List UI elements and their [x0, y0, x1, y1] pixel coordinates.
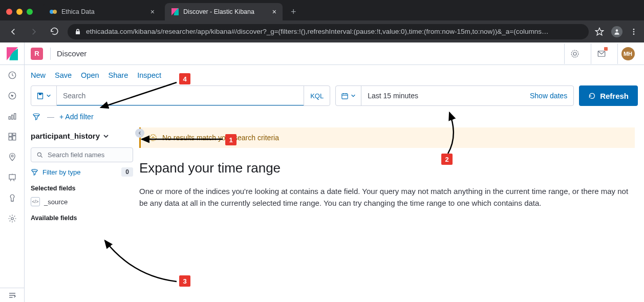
- profile-icon[interactable]: [611, 26, 622, 37]
- action-bar: New Save Open Share Inspect: [25, 65, 644, 85]
- field-name: _source: [44, 198, 68, 206]
- svg-point-6: [633, 33, 635, 35]
- field-item[interactable]: </> _source: [31, 197, 133, 206]
- user-menu[interactable]: MH: [617, 44, 638, 64]
- available-fields-label: Available fields: [31, 214, 133, 222]
- window-close-icon[interactable]: [6, 9, 12, 15]
- newsfeed-icon[interactable]: [591, 44, 611, 64]
- open-button[interactable]: Open: [81, 71, 99, 79]
- space-badge[interactable]: R: [31, 48, 43, 60]
- help-icon[interactable]: [564, 44, 585, 64]
- svg-rect-18: [9, 175, 15, 179]
- main-area: R Discover MH New Save Open Share Inspec…: [25, 42, 644, 302]
- reload-button[interactable]: [47, 25, 61, 39]
- query-group: Search KQL: [31, 85, 330, 106]
- refresh-label: Refresh: [600, 92, 629, 100]
- svg-point-4: [633, 29, 635, 30]
- kibana-logo[interactable]: [0, 42, 25, 65]
- svg-point-20: [571, 50, 578, 57]
- sidebar-collapse-icon[interactable]: [135, 128, 144, 138]
- time-picker: Last 15 minutes Show dates: [335, 85, 574, 106]
- nav-dashboard-icon[interactable]: [0, 126, 25, 147]
- close-icon[interactable]: ×: [151, 8, 155, 16]
- show-dates-button[interactable]: Show dates: [524, 86, 573, 105]
- svg-marker-2: [596, 28, 604, 35]
- search-placeholder: Search: [63, 92, 85, 100]
- nav-management-icon[interactable]: [0, 208, 25, 229]
- filter-count-badge: 0: [121, 167, 133, 177]
- filter-options-icon[interactable]: [31, 111, 42, 122]
- svg-rect-13: [9, 133, 12, 136]
- back-button[interactable]: [6, 25, 20, 39]
- results-area: No results match your search criteria Ex…: [139, 127, 644, 302]
- filter-bar: — + Add filter: [25, 111, 644, 127]
- svg-rect-14: [12, 133, 15, 135]
- svg-rect-15: [12, 136, 15, 140]
- refresh-icon: [588, 92, 596, 100]
- tab-title: Discover - Elastic Kibana: [183, 8, 254, 15]
- nav-canvas-icon[interactable]: [0, 167, 25, 188]
- forward-button[interactable]: [27, 25, 41, 39]
- svg-marker-9: [11, 95, 13, 97]
- new-tab-button[interactable]: +: [287, 7, 300, 17]
- lock-icon: [75, 29, 81, 35]
- index-pattern-name: participant_history: [31, 132, 100, 140]
- chevron-down-icon: [46, 93, 51, 98]
- star-icon[interactable]: [595, 27, 604, 36]
- svg-point-5: [633, 31, 635, 32]
- window-minimize-icon[interactable]: [16, 9, 23, 15]
- kibana-app: R Discover MH New Save Open Share Inspec…: [0, 42, 644, 302]
- index-pattern-picker[interactable]: participant_history: [31, 130, 133, 142]
- window-zoom-icon[interactable]: [27, 9, 33, 15]
- new-button[interactable]: New: [31, 71, 46, 79]
- nav-collapse-button[interactable]: [0, 288, 25, 302]
- browser-chrome: Ethica Data × Discover - Elastic Kibana …: [0, 0, 644, 42]
- saved-query-button[interactable]: [31, 86, 57, 105]
- svg-point-3: [616, 29, 618, 32]
- refresh-button[interactable]: Refresh: [579, 85, 638, 106]
- avatar: MH: [621, 47, 635, 60]
- svg-rect-11: [11, 115, 13, 119]
- nav-discover-icon[interactable]: [0, 85, 25, 106]
- svg-rect-24: [39, 93, 41, 95]
- expand-body: One or more of the indices you're lookin…: [139, 185, 635, 209]
- svg-point-1: [53, 10, 57, 14]
- time-range-label[interactable]: Last 15 minutes: [361, 86, 524, 105]
- nav-devtools-icon[interactable]: [0, 188, 25, 208]
- field-search-input[interactable]: Search field names: [31, 147, 133, 162]
- filter-by-type-button[interactable]: Filter by type 0: [31, 167, 133, 177]
- address-bar[interactable]: ethicadata.com/kibana/s/researcher/app/k…: [68, 24, 589, 39]
- inspect-button[interactable]: Inspect: [137, 71, 161, 79]
- svg-point-17: [11, 155, 13, 157]
- warning-text: No results match your search criteria: [162, 134, 279, 142]
- nav-maps-icon[interactable]: [0, 147, 25, 167]
- url-text: ethicadata.com/kibana/s/researcher/app/k…: [86, 28, 582, 35]
- close-icon[interactable]: ×: [272, 8, 276, 16]
- save-button[interactable]: Save: [55, 71, 72, 79]
- address-row: ethicadata.com/kibana/s/researcher/app/k…: [0, 20, 644, 42]
- field-type-icon: </>: [31, 197, 40, 206]
- field-search-placeholder: Search field names: [48, 151, 104, 159]
- svg-point-29: [150, 135, 156, 141]
- calendar-button[interactable]: [336, 86, 361, 105]
- menu-icon[interactable]: [630, 28, 638, 36]
- favicon-icon: [171, 8, 179, 16]
- expand-title: Expand your time range: [139, 160, 635, 176]
- chevron-down-icon: [351, 93, 356, 98]
- svg-point-27: [37, 153, 41, 156]
- search-icon: [36, 152, 44, 159]
- share-button[interactable]: Share: [109, 71, 128, 79]
- browser-tab-kibana[interactable]: Discover - Elastic Kibana ×: [165, 3, 283, 20]
- tab-title: Ethica Data: [61, 8, 95, 15]
- notification-dot-icon: [604, 47, 608, 51]
- divider: [50, 48, 51, 60]
- kql-toggle[interactable]: KQL: [304, 86, 330, 105]
- add-filter-button[interactable]: + Add filter: [59, 113, 94, 121]
- filter-icon: [31, 168, 38, 176]
- nav-visualize-icon[interactable]: [0, 106, 25, 126]
- nav-recent-icon[interactable]: [0, 65, 25, 85]
- search-input[interactable]: Search: [57, 86, 304, 106]
- no-results-banner: No results match your search criteria: [139, 127, 635, 148]
- svg-rect-12: [14, 114, 15, 119]
- browser-tab-ethica[interactable]: Ethica Data ×: [43, 3, 161, 20]
